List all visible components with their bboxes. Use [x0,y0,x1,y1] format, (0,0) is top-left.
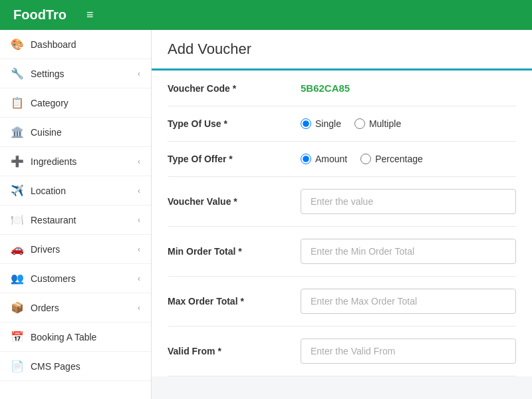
chevron-icon-customers: ‹ [138,274,140,283]
voucher-code-label: Voucher Code * [168,83,301,94]
sidebar-item-orders[interactable]: 📦 Orders ‹ [0,293,151,323]
valid-from-label: Valid From * [168,346,301,356]
amount-option[interactable]: Amount [301,154,347,164]
sidebar-item-label-ingredients: Ingredients [31,156,138,167]
form-container: Voucher Code * 5B62CA85 Type Of Use * Si… [152,70,532,376]
percentage-radio[interactable] [360,154,371,164]
restaurant-icon: 🍽️ [11,213,24,226]
page-header: Add Voucher [152,30,532,70]
settings-icon: 🔧 [11,67,24,80]
percentage-option[interactable]: Percentage [360,154,423,164]
voucher-value-label: Voucher Value * [168,196,301,207]
chevron-icon-ingredients: ‹ [138,157,140,166]
main-content: Add Voucher Voucher Code * 5B62CA85 Type… [152,30,532,399]
voucher-code-value: 5B62CA85 [301,82,350,94]
sidebar-item-settings[interactable]: 🔧 Settings ‹ [0,59,151,88]
sidebar-item-category[interactable]: 📋 Category [0,88,151,118]
multiple-radio[interactable] [354,118,365,129]
sidebar-item-label-cms: CMS Pages [31,361,140,372]
page-title: Add Voucher [168,41,516,58]
booking-icon: 📅 [11,331,24,343]
dashboard-icon: 🎨 [11,38,24,51]
ingredients-icon: ➕ [11,155,24,168]
sidebar-item-location[interactable]: ✈️ Location ‹ [0,176,151,205]
type-of-use-row: Type Of Use * Single Multiple [168,106,516,142]
amount-label: Amount [315,154,347,164]
sidebar-item-drivers[interactable]: 🚗 Drivers ‹ [0,235,151,264]
sidebar-item-customers[interactable]: 👥 Customers ‹ [0,264,151,293]
type-of-use-group: Single Multiple [301,118,516,129]
sidebar-item-label-cuisine: Cuisine [31,127,140,138]
max-order-input[interactable] [301,289,516,314]
single-option[interactable]: Single [301,118,341,129]
single-radio[interactable] [301,118,311,129]
min-order-input[interactable] [301,239,516,264]
voucher-value-input[interactable] [301,189,516,214]
min-order-label: Min Order Total * [168,246,301,257]
sidebar-item-label-category: Category [31,98,140,108]
sidebar-item-label-location: Location [31,186,138,196]
sidebar-item-label-drivers: Drivers [31,244,138,255]
logo: FoodTro [13,7,66,23]
chevron-icon-settings: ‹ [138,69,140,78]
sidebar: 🎨 Dashboard 🔧 Settings ‹ 📋 Category 🏛️ C… [0,30,152,399]
layout: 🎨 Dashboard 🔧 Settings ‹ 📋 Category 🏛️ C… [0,30,532,399]
sidebar-item-label-settings: Settings [31,68,138,79]
header: FoodTro ≡ [0,0,532,30]
cms-icon: 📄 [11,360,24,372]
sidebar-item-label-customers: Customers [31,273,138,284]
type-of-offer-row: Type Of Offer * Amount Percentage [168,142,516,177]
max-order-row: Max Order Total * [168,277,516,327]
min-order-row: Min Order Total * [168,227,516,277]
valid-from-row: Valid From * [168,327,516,376]
chevron-icon-drivers: ‹ [138,245,140,254]
voucher-code-row: Voucher Code * 5B62CA85 [168,70,516,106]
multiple-label: Multiple [369,118,401,129]
sidebar-item-dashboard[interactable]: 🎨 Dashboard [0,30,151,59]
location-icon: ✈️ [11,184,24,197]
sidebar-item-booking[interactable]: 📅 Booking A Table [0,323,151,352]
type-of-use-label: Type Of Use * [168,118,301,129]
single-label: Single [315,118,341,129]
customers-icon: 👥 [11,272,24,285]
sidebar-item-label-dashboard: Dashboard [31,39,140,50]
drivers-icon: 🚗 [11,243,24,255]
sidebar-item-restaurant[interactable]: 🍽️ Restaurant ‹ [0,205,151,235]
sidebar-item-cms[interactable]: 📄 CMS Pages [0,352,151,381]
type-of-offer-group: Amount Percentage [301,154,516,164]
voucher-value-row: Voucher Value * [168,177,516,227]
chevron-icon-location: ‹ [138,186,140,196]
multiple-option[interactable]: Multiple [354,118,401,129]
cuisine-icon: 🏛️ [11,126,24,138]
sidebar-item-ingredients[interactable]: ➕ Ingredients ‹ [0,147,151,176]
chevron-icon-restaurant: ‹ [138,215,140,225]
amount-radio[interactable] [301,154,311,164]
percentage-label: Percentage [375,154,423,164]
sidebar-item-label-orders: Orders [31,303,138,313]
hamburger-icon[interactable]: ≡ [86,8,94,22]
category-icon: 📋 [11,96,24,109]
type-of-offer-label: Type Of Offer * [168,154,301,164]
sidebar-item-label-restaurant: Restaurant [31,215,138,225]
orders-icon: 📦 [11,301,24,314]
sidebar-item-label-booking: Booking A Table [31,332,140,342]
valid-from-input[interactable] [301,338,516,364]
chevron-icon-orders: ‹ [138,303,140,313]
max-order-label: Max Order Total * [168,296,301,307]
sidebar-item-cuisine[interactable]: 🏛️ Cuisine [0,118,151,147]
